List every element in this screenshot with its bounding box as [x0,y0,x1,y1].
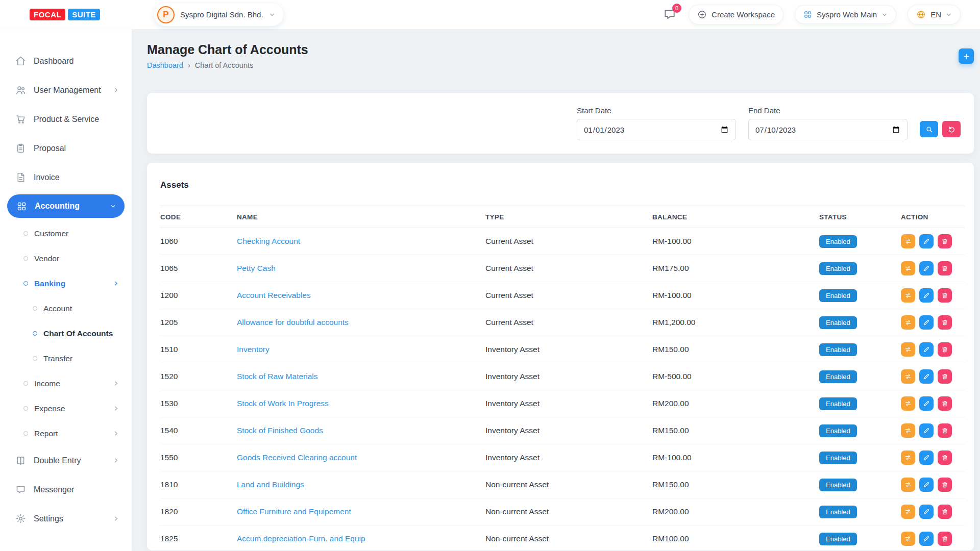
swap-icon [904,346,912,353]
row-delete-button[interactable] [938,450,952,465]
account-name-link[interactable]: Allowance for doubtful accounts [237,318,349,327]
row-transactions-button[interactable] [901,234,915,248]
sidebar-item-label: User Management [34,86,101,95]
row-edit-button[interactable] [919,261,934,276]
row-transactions-button[interactable] [901,478,915,492]
row-delete-button[interactable] [938,288,952,303]
column-header-action: ACTION [901,213,965,221]
row-edit-button[interactable] [919,342,934,357]
row-transactions-button[interactable] [901,532,915,546]
row-edit-button[interactable] [919,396,934,411]
row-transactions-button[interactable] [901,450,915,465]
cell-code: 1205 [160,318,237,327]
edit-icon [923,346,930,353]
sidebar-item-report[interactable]: Report [0,421,132,446]
row-transactions-button[interactable] [901,342,915,357]
sidebar-item-banking[interactable]: Banking [0,271,132,296]
sidebar-item-account[interactable]: Account [0,296,132,321]
row-edit-button[interactable] [919,478,934,492]
row-transactions-button[interactable] [901,315,915,330]
sidebar-item-customer[interactable]: Customer [0,221,132,246]
account-name-link[interactable]: Goods Received Clearing account [237,453,357,462]
account-name-link[interactable]: Account Receivables [237,291,311,299]
topbar: P Syspro Digital Sdn. Bhd. 0 Create Work… [132,0,980,29]
table-row: 1520Stock of Raw MaterialsInventory Asse… [160,363,965,390]
account-name-link[interactable]: Petty Cash [237,264,276,272]
sidebar-item-vendor[interactable]: Vendor [0,246,132,271]
sidebar-item-dashboard[interactable]: Dashboard [0,46,132,76]
row-edit-button[interactable] [919,450,934,465]
sidebar-item-product-service[interactable]: Product & Service [0,105,132,134]
cell-code: 1810 [160,480,237,489]
row-edit-button[interactable] [919,505,934,519]
table-row: 1065Petty CashCurrent AssetRM175.00Enabl… [160,255,965,282]
account-name-link[interactable]: Stock of Raw Materials [237,372,318,381]
language-selector[interactable]: EN [908,5,961,24]
row-delete-button[interactable] [938,342,952,357]
reset-button[interactable] [942,121,961,137]
row-transactions-button[interactable] [901,369,915,384]
breadcrumb-dashboard-link[interactable]: Dashboard [147,61,183,69]
sidebar-item-chart-of-accounts[interactable]: Chart Of Accounts [0,321,132,346]
row-edit-button[interactable] [919,369,934,384]
row-transactions-button[interactable] [901,261,915,276]
chevron-down-icon [881,12,888,18]
sidebar-item-double-entry[interactable]: Double Entry [0,446,132,475]
account-name-link[interactable]: Stock of Work In Progress [237,399,329,408]
cell-code: 1540 [160,426,237,435]
row-edit-button[interactable] [919,288,934,303]
row-actions [901,423,965,438]
end-date-input[interactable] [748,119,908,140]
sidebar-item-proposal[interactable]: Proposal [0,134,132,163]
cell-balance: RM100.00 [652,534,819,543]
column-header-code: CODE [160,213,237,221]
row-delete-button[interactable] [938,532,952,546]
account-name-link[interactable]: Checking Account [237,237,300,245]
workspace-selector[interactable]: P Syspro Digital Sdn. Bhd. [154,4,283,26]
row-delete-button[interactable] [938,505,952,519]
row-delete-button[interactable] [938,369,952,384]
account-name-link[interactable]: Office Furniture and Equipement [237,507,351,516]
chevron-right-icon [113,380,119,387]
edit-icon [923,535,930,542]
sidebar-item-settings[interactable]: Settings [0,504,132,533]
row-transactions-button[interactable] [901,505,915,519]
add-account-button[interactable] [959,48,974,64]
row-edit-button[interactable] [919,234,934,248]
sidebar-item-invoice[interactable]: Invoice [0,163,132,192]
sidebar-item-messenger[interactable]: Messenger [0,475,132,504]
row-delete-button[interactable] [938,315,952,330]
sidebar-item-transfer[interactable]: Transfer [0,346,132,371]
create-workspace-button[interactable]: Create Workspace [689,5,783,24]
start-date-input[interactable] [577,119,736,140]
row-transactions-button[interactable] [901,396,915,411]
row-delete-button[interactable] [938,261,952,276]
row-edit-button[interactable] [919,532,934,546]
account-name-link[interactable]: Stock of Finished Goods [237,426,323,435]
row-delete-button[interactable] [938,423,952,438]
messages-button[interactable]: 0 [663,8,677,22]
cell-code: 1820 [160,507,237,516]
row-transactions-button[interactable] [901,423,915,438]
sidebar-item-expense[interactable]: Expense [0,396,132,421]
row-edit-button[interactable] [919,423,934,438]
sidebar-item-user-management[interactable]: User Management [0,76,132,105]
row-delete-button[interactable] [938,478,952,492]
sidebar-item-income[interactable]: Income [0,371,132,396]
app-switcher[interactable]: Syspro Web Main [795,5,896,24]
row-transactions-button[interactable] [901,288,915,303]
account-name-link[interactable]: Land and Buildings [237,480,304,489]
bullet-icon [23,231,28,236]
cell-type: Inventory Asset [485,372,652,381]
column-header-type: TYPE [485,213,652,221]
row-delete-button[interactable] [938,396,952,411]
account-name-link[interactable]: Accum.depreciation-Furn. and Equip [237,534,365,543]
search-button[interactable] [920,121,938,137]
end-date-field: End Date [748,106,908,140]
sidebar-item-label: Settings [34,514,63,523]
account-name-link[interactable]: Inventory [237,345,270,354]
row-actions [901,261,965,276]
sidebar-item-accounting[interactable]: Accounting [7,194,125,218]
row-delete-button[interactable] [938,234,952,248]
row-edit-button[interactable] [919,315,934,330]
